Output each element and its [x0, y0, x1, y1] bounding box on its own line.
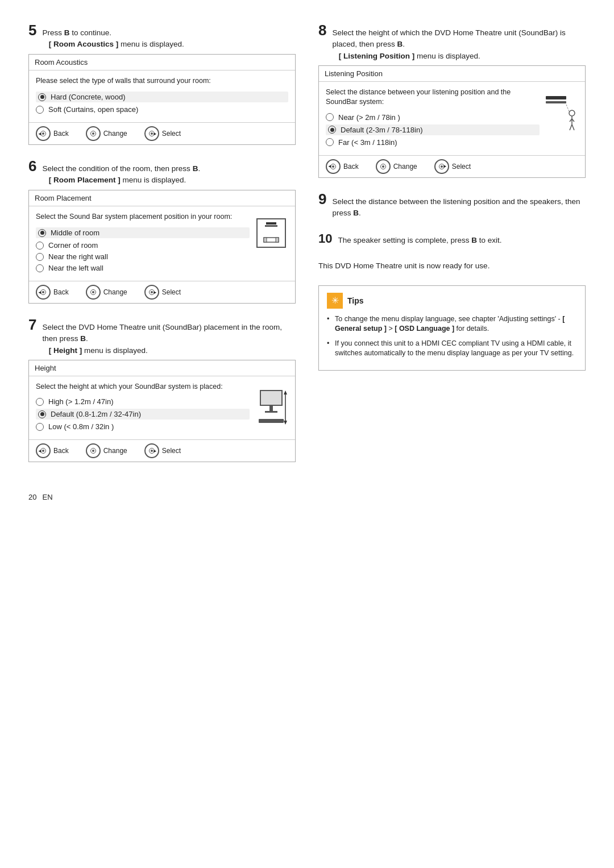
acoustics-label-0: Hard (Concrete, wood)	[51, 93, 126, 101]
tips-section: ✳ Tips To change the menu display langua…	[318, 285, 586, 371]
listening-diagram-svg	[545, 93, 578, 133]
height-back-btn[interactable]: ◄ Back	[36, 443, 69, 458]
step-8-block: 8 Select the height of which the DVD Hom…	[318, 23, 586, 178]
tips-star-icon: ✳	[327, 293, 343, 309]
listening-position-body: Select the distance between your listeni…	[319, 82, 585, 155]
back-arrow-left: ◄	[38, 131, 42, 136]
svg-rect-7	[269, 405, 273, 411]
height-diagram	[254, 382, 288, 434]
page-layout: 5 Press B to continue. [ Room Acoustics …	[28, 23, 586, 476]
listen-select-label: Select	[452, 163, 471, 171]
room-placement-desc: Select the Sound Bar system placement po…	[36, 212, 250, 222]
placement-select-btn[interactable]: ► Select	[144, 285, 181, 300]
listen-label-1: Default (2-3m / 78-118in)	[341, 126, 423, 134]
step-5-submenu: [ Room Acoustics ]	[49, 40, 119, 48]
placement-label-3: Near the left wall	[48, 264, 103, 272]
step-9-number: 9	[318, 192, 326, 206]
step-9-block: 9 Select the distance between the listen…	[318, 192, 586, 219]
p-change-dot	[92, 291, 94, 293]
height-radio-1	[38, 410, 46, 418]
listening-footer: ◄ Back Change ►	[319, 155, 585, 177]
acoustics-option-1: Soft (Curtains, open space)	[36, 105, 288, 114]
height-body: Select the height at which your SoundBar…	[29, 376, 295, 440]
height-change-label: Change	[103, 447, 127, 455]
placement-option-1: Corner of room	[36, 241, 250, 250]
listen-option-1: Default (2-3m / 78-118in)	[326, 124, 540, 135]
svg-marker-11	[284, 391, 287, 394]
back-btn-dot	[42, 132, 44, 135]
step-7-number: 7	[28, 317, 36, 332]
listen-label-0: Near (> 2m / 78in )	[338, 113, 400, 122]
height-back-arrow: ◄	[38, 448, 42, 454]
change-btn-icon	[86, 126, 101, 141]
back-btn-icon: ◄	[36, 126, 51, 141]
height-label-2: Low (< 0.8m / 32in )	[48, 422, 114, 431]
acoustics-label-1: Soft (Curtains, open space)	[48, 105, 138, 114]
room-placement-diagram	[254, 212, 288, 276]
listen-option-0: Near (> 2m / 78in )	[326, 113, 540, 122]
height-desc: Select the height at which your SoundBar…	[36, 382, 250, 392]
acoustics-change-label: Change	[103, 130, 127, 138]
height-select-btn[interactable]: ► Select	[144, 443, 181, 458]
step-5-bold: B	[64, 28, 70, 37]
height-title: Height	[29, 360, 295, 376]
listen-change-label: Change	[393, 163, 417, 171]
listen-select-icon: ►	[434, 159, 449, 174]
height-label-0: High (> 1.2m / 47in)	[48, 397, 114, 406]
listen-back-btn[interactable]: ◄ Back	[326, 159, 359, 174]
placement-radio-2	[36, 253, 44, 261]
svg-rect-6	[260, 391, 282, 405]
svg-line-20	[572, 124, 574, 130]
listening-diagram	[544, 88, 578, 149]
placement-back-btn[interactable]: ◄ Back	[36, 285, 69, 300]
height-option-0: High (> 1.2m / 47in)	[36, 397, 250, 406]
listen-change-btn[interactable]: Change	[376, 159, 417, 174]
room-acoustics-menu: Room Acoustics Please select the type of…	[28, 54, 296, 146]
p-change-inner	[90, 289, 96, 295]
step-8-header: 8 Select the height of which the DVD Hom…	[318, 23, 586, 62]
change-btn-dot	[92, 132, 94, 135]
height-option-2: Low (< 0.8m / 32in )	[36, 422, 250, 431]
svg-rect-1	[266, 222, 276, 225]
acoustics-select-btn[interactable]: ► Select	[144, 126, 181, 141]
svg-rect-9	[259, 419, 284, 423]
select-arrow-right: ►	[153, 131, 157, 136]
placement-radio-1	[36, 242, 44, 250]
height-change-icon	[86, 443, 101, 458]
l-back-dot	[332, 165, 334, 168]
listening-position-content: Select the distance between your listeni…	[326, 88, 540, 149]
acoustics-back-btn[interactable]: ◄ Back	[36, 126, 69, 141]
svg-marker-12	[284, 421, 287, 425]
tips-item-1-text: If you connect this unit to a HDMI CEC c…	[335, 339, 574, 358]
room-acoustics-footer: ◄ Back Change ►	[29, 122, 295, 144]
room-placement-content: Select the Sound Bar system placement po…	[36, 212, 250, 276]
height-change-btn[interactable]: Change	[86, 443, 127, 458]
left-column: 5 Press B to continue. [ Room Acoustics …	[28, 23, 296, 476]
height-option-1: Default (0.8-1.2m / 32-47in)	[36, 409, 250, 420]
acoustics-option-0: Hard (Concrete, wood)	[36, 92, 288, 102]
height-select-icon: ►	[144, 443, 159, 458]
step-5-header: 5 Press B to continue. [ Room Acoustics …	[28, 23, 296, 51]
h-change-dot	[92, 450, 94, 452]
listening-position-desc: Select the distance between your listeni…	[326, 88, 540, 107]
step-8-text: Select the height of which the DVD Home …	[332, 27, 586, 62]
placement-back-icon: ◄	[36, 285, 51, 300]
height-diagram-svg	[256, 388, 287, 433]
room-placement-title: Room Placement	[29, 190, 295, 206]
step-7-block: 7 Select the DVD Home Theatre unit (Soun…	[28, 317, 296, 462]
placement-change-icon	[86, 285, 101, 300]
listen-option-2: Far (< 3m / 118in)	[326, 138, 540, 147]
listen-radio-1	[328, 126, 336, 134]
placement-change-btn[interactable]: Change	[86, 285, 127, 300]
tips-list: To change the menu display language, see…	[327, 314, 577, 359]
acoustics-change-btn[interactable]: Change	[86, 126, 127, 141]
tips-item-0-text: To change the menu display language, see…	[335, 315, 565, 333]
tips-item-1: If you connect this unit to a HDMI CEC c…	[327, 339, 577, 359]
tips-item-0: To change the menu display language, see…	[327, 314, 577, 334]
listen-select-btn[interactable]: ► Select	[434, 159, 471, 174]
acoustics-radio-1	[36, 106, 44, 114]
page-lang: EN	[42, 493, 52, 501]
step-6-number: 6	[28, 159, 36, 173]
final-text-block: This DVD Home Theatre unit is now ready …	[318, 260, 586, 272]
placement-change-label: Change	[103, 288, 127, 296]
